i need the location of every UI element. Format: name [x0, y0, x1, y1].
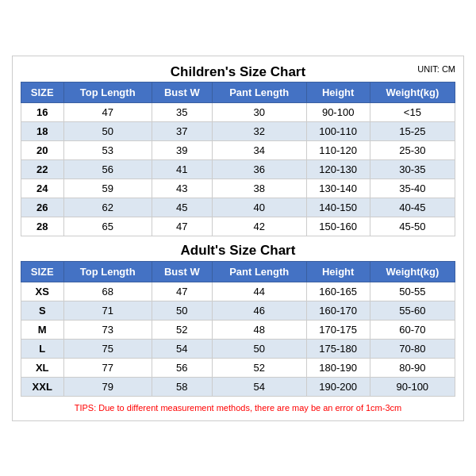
table-cell: XL	[21, 358, 64, 377]
children-size-table: SIZETop LengthBust WPant LengthHeightWei…	[21, 82, 455, 236]
table-cell: 50	[63, 121, 152, 140]
table-cell: 62	[63, 198, 152, 217]
table-cell: 30	[212, 102, 306, 121]
table-cell: 15-25	[370, 121, 455, 140]
table-cell: 120-130	[306, 159, 370, 178]
table-row: XXL795854190-20090-100	[21, 377, 455, 396]
column-header: Height	[306, 82, 370, 102]
table-cell: 37	[152, 121, 212, 140]
table-row: XS684744160-16550-55	[21, 282, 455, 301]
table-row: 18503732100-11015-25	[21, 121, 455, 140]
table-row: 28654742150-16045-50	[21, 217, 455, 236]
column-header: Pant Length	[212, 82, 306, 102]
table-row: 1647353090-100<15	[21, 102, 455, 121]
table-cell: 90-100	[306, 102, 370, 121]
table-cell: XS	[21, 282, 64, 301]
table-cell: 175-180	[306, 339, 370, 358]
table-cell: 39	[152, 140, 212, 159]
table-cell: 46	[212, 301, 306, 320]
table-cell: 25-30	[370, 140, 455, 159]
table-cell: 50	[212, 339, 306, 358]
table-cell: 56	[152, 358, 212, 377]
table-row: 20533934110-12025-30	[21, 140, 455, 159]
table-cell: 40-45	[370, 198, 455, 217]
table-cell: 50-55	[370, 282, 455, 301]
table-cell: 44	[212, 282, 306, 301]
column-header: Top Length	[63, 82, 152, 102]
table-cell: 40	[212, 198, 306, 217]
column-header: Pant Length	[212, 261, 306, 282]
children-table-body: 1647353090-100<1518503732100-11015-25205…	[21, 102, 455, 236]
column-header: Weight(kg)	[370, 261, 455, 282]
table-cell: XXL	[21, 377, 64, 396]
table-cell: 180-190	[306, 358, 370, 377]
children-table-header: SIZETop LengthBust WPant LengthHeightWei…	[21, 82, 455, 102]
tips-text: TIPS: Due to different measurement metho…	[21, 403, 455, 413]
table-cell: 58	[152, 377, 212, 396]
table-cell: 150-160	[306, 217, 370, 236]
table-cell: 71	[63, 301, 152, 320]
table-cell: 60-70	[370, 320, 455, 339]
table-cell: 52	[212, 358, 306, 377]
table-cell: 42	[212, 217, 306, 236]
table-cell: 77	[63, 358, 152, 377]
table-cell: 20	[21, 140, 64, 159]
table-cell: 47	[152, 217, 212, 236]
table-cell: M	[21, 320, 64, 339]
table-cell: 28	[21, 217, 64, 236]
table-cell: 73	[63, 320, 152, 339]
column-header: Bust W	[152, 82, 212, 102]
table-cell: 160-170	[306, 301, 370, 320]
table-cell: 160-165	[306, 282, 370, 301]
table-cell: 45-50	[370, 217, 455, 236]
table-cell: <15	[370, 102, 455, 121]
table-cell: 30-35	[370, 159, 455, 178]
table-cell: 48	[212, 320, 306, 339]
table-cell: 170-175	[306, 320, 370, 339]
table-cell: 130-140	[306, 178, 370, 198]
table-cell: 140-150	[306, 198, 370, 217]
column-header: Bust W	[152, 261, 212, 282]
table-row: 26624540140-15040-45	[21, 198, 455, 217]
table-cell: 32	[212, 121, 306, 140]
column-header: SIZE	[21, 261, 64, 282]
table-cell: 79	[63, 377, 152, 396]
adults-table-body: XS684744160-16550-55S715046160-17055-60M…	[21, 282, 455, 396]
table-cell: 53	[63, 140, 152, 159]
table-cell: 50	[152, 301, 212, 320]
table-cell: 80-90	[370, 358, 455, 377]
adults-table-header: SIZETop LengthBust WPant LengthHeightWei…	[21, 261, 455, 282]
table-cell: 90-100	[370, 377, 455, 396]
column-header: SIZE	[21, 82, 64, 102]
table-cell: 22	[21, 159, 64, 178]
table-row: M735248170-17560-70	[21, 320, 455, 339]
table-cell: 36	[212, 159, 306, 178]
table-cell: 38	[212, 178, 306, 198]
table-cell: 70-80	[370, 339, 455, 358]
table-cell: 52	[152, 320, 212, 339]
table-cell: 45	[152, 198, 212, 217]
table-cell: 54	[212, 377, 306, 396]
table-cell: 68	[63, 282, 152, 301]
table-row: 22564136120-13030-35	[21, 159, 455, 178]
unit-label: UNIT: CM	[417, 64, 455, 74]
table-cell: 54	[152, 339, 212, 358]
table-cell: 100-110	[306, 121, 370, 140]
table-cell: 34	[212, 140, 306, 159]
table-cell: 18	[21, 121, 64, 140]
column-header: Height	[306, 261, 370, 282]
table-row: XL775652180-19080-90	[21, 358, 455, 377]
table-cell: 43	[152, 178, 212, 198]
table-cell: 110-120	[306, 140, 370, 159]
column-header: Weight(kg)	[370, 82, 455, 102]
table-cell: 16	[21, 102, 64, 121]
adults-size-table: SIZETop LengthBust WPant LengthHeightWei…	[21, 261, 455, 397]
table-cell: 65	[63, 217, 152, 236]
adults-chart-title: Adult's Size Chart	[21, 243, 455, 259]
table-cell: 190-200	[306, 377, 370, 396]
table-cell: 75	[63, 339, 152, 358]
table-cell: L	[21, 339, 64, 358]
table-cell: 47	[152, 282, 212, 301]
table-cell: 56	[63, 159, 152, 178]
table-cell: 35	[152, 102, 212, 121]
